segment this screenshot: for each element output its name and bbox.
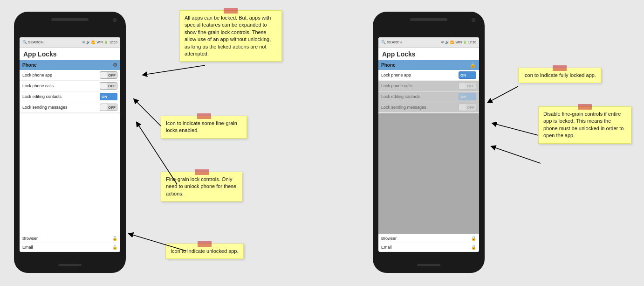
scene: 🔍 SEARCH ✉ 🔊 📶 WiFi 🔋 12:10 App Locks bbox=[0, 0, 644, 286]
right-sub-row-2: Lock sending messages OFF bbox=[378, 102, 479, 113]
sticky-note-5: Icon to indicate fully locked app. bbox=[518, 68, 601, 83]
battery-icon: 🔋 bbox=[104, 41, 108, 44]
sticky-note-1: All apps can be locked. But, apps with s… bbox=[179, 10, 282, 62]
right-time: 12:10 bbox=[468, 41, 476, 44]
right-email-row: Email 🔒 bbox=[378, 243, 479, 252]
left-lock-app-row: Lock phone app OFF bbox=[20, 70, 120, 81]
phone-left-notch bbox=[51, 18, 89, 21]
left-phone-app-header: Phone ⚙ bbox=[20, 60, 120, 70]
svg-line-5 bbox=[494, 124, 538, 135]
sticky-note-1-text: All apps can be locked. But, apps with s… bbox=[185, 15, 271, 56]
right-phone-speaker bbox=[417, 264, 440, 266]
left-spacer bbox=[20, 113, 120, 234]
right-search-label: 🔍 SEARCH bbox=[381, 40, 402, 44]
sticky-tape-2 bbox=[197, 113, 211, 119]
sticky-tape-1 bbox=[224, 8, 238, 14]
right-phone-name: Phone bbox=[381, 63, 396, 68]
phone-right-screen: 🔍 SEARCH ✉ 🔊 📶 WiFi 🔋 12:10 App Locks bbox=[378, 37, 479, 252]
right-browser-icon: 🔒 bbox=[471, 236, 476, 241]
left-email-label: Email bbox=[22, 245, 33, 250]
phone-left-body: 🔍 SEARCH ✉ 🔊 📶 WiFi 🔋 12:10 App Locks bbox=[14, 12, 126, 273]
sticky-note-3: Fine-grain lock controls. Only need to u… bbox=[161, 172, 242, 202]
phone-right-notch bbox=[410, 18, 447, 21]
left-sub-row-1: Lock editing contacts ON bbox=[20, 91, 120, 102]
time-left: 12:10 bbox=[109, 41, 117, 44]
svg-line-4 bbox=[489, 86, 518, 102]
search-icon-right: 🔍 bbox=[381, 40, 386, 44]
left-search-label: 🔍 SEARCH bbox=[22, 40, 43, 44]
search-icon-left: 🔍 bbox=[22, 40, 27, 44]
right-volume-icon: 🔊 bbox=[445, 41, 449, 44]
sticky-note-2: Icon to indicate some fine-grain locks e… bbox=[161, 116, 247, 139]
right-battery-icon: 🔋 bbox=[463, 41, 467, 44]
right-wifi-icon: WiFi bbox=[455, 41, 462, 44]
sticky-tape-5 bbox=[553, 65, 567, 71]
right-lock-app-label: Lock phone app bbox=[381, 73, 411, 77]
right-email-label: Email bbox=[381, 245, 392, 250]
sticky-note-4-text: Icon to indicate unlocked app. bbox=[171, 248, 239, 254]
right-browser-label: Browser bbox=[381, 236, 397, 241]
phone-left-camera bbox=[113, 18, 116, 22]
right-sub-label-2: Lock sending messages bbox=[381, 105, 426, 110]
sticky-tape-3 bbox=[195, 169, 209, 175]
sticky-note-6: Disable fine-grain controls if entire ap… bbox=[538, 106, 631, 144]
phone-right-body: 🔍 SEARCH ✉ 🔊 📶 WiFi 🔋 12:10 App Locks bbox=[373, 12, 485, 273]
phone-right-camera bbox=[472, 18, 475, 22]
left-sub-label-2: Lock sending messages bbox=[22, 105, 68, 110]
right-status-icons: ✉ 🔊 📶 WiFi 🔋 12:10 bbox=[441, 41, 476, 44]
volume-icon: 🔊 bbox=[86, 41, 90, 44]
left-phone-speaker bbox=[58, 264, 82, 266]
right-spacer bbox=[378, 113, 479, 234]
left-status-icons: ✉ 🔊 📶 WiFi 🔋 12:10 bbox=[82, 41, 117, 44]
right-lock-app-row: Lock phone app ON bbox=[378, 70, 479, 81]
svg-line-0 bbox=[144, 65, 205, 75]
right-lock-app-toggle[interactable]: ON bbox=[459, 71, 476, 79]
svg-line-1 bbox=[135, 100, 161, 126]
left-sub-toggle-1[interactable]: ON bbox=[100, 93, 117, 100]
left-lock-app-toggle-label: OFF bbox=[107, 72, 117, 78]
left-sub-row-2: Lock sending messages OFF bbox=[20, 102, 120, 113]
signal-icon: 📶 bbox=[91, 41, 96, 44]
right-sub-label-1: Lock editing contacts bbox=[381, 94, 420, 99]
envelope-icon: ✉ bbox=[82, 41, 85, 44]
sticky-tape-6 bbox=[578, 104, 592, 110]
right-sub-toggle-1: ON bbox=[459, 93, 476, 100]
right-signal-icon: 📶 bbox=[450, 41, 454, 44]
right-phone-app-row: Phone 🔒 Lock phone app ON Lock phone cal… bbox=[378, 60, 479, 113]
left-app-locks-title: App Locks bbox=[20, 48, 120, 60]
left-phone-name: Phone bbox=[22, 63, 37, 68]
left-phone-app-row: Phone ⚙ Lock phone app OFF Lock phone ca… bbox=[20, 60, 120, 113]
sticky-note-4: Icon to indicate unlocked app. bbox=[165, 244, 244, 259]
left-gear-icon[interactable]: ⚙ bbox=[113, 62, 117, 68]
wifi-icon: WiFi bbox=[96, 41, 103, 44]
sticky-note-3-text: Fine-grain lock controls. Only need to u… bbox=[166, 176, 236, 196]
sticky-note-6-text: Disable fine-grain controls if entire ap… bbox=[543, 111, 623, 138]
right-app-locks-title: App Locks bbox=[378, 48, 479, 60]
right-phone-app-header: Phone 🔒 bbox=[378, 60, 479, 70]
right-sub-label-0: Lock phone calls bbox=[381, 84, 412, 88]
right-sub-toggle-2: OFF bbox=[459, 104, 476, 111]
right-email-icon: 🔒 bbox=[471, 245, 476, 250]
left-email-row: Email 🔓 bbox=[20, 243, 120, 252]
left-email-icon: 🔓 bbox=[112, 245, 117, 250]
left-sub-toggle-0[interactable]: OFF bbox=[100, 82, 117, 90]
left-lock-app-label: Lock phone app bbox=[22, 73, 52, 77]
left-status-bar: 🔍 SEARCH ✉ 🔊 📶 WiFi 🔋 12:10 bbox=[20, 37, 120, 48]
left-browser-label: Browser bbox=[22, 236, 38, 241]
right-lock-icon: 🔒 bbox=[470, 62, 476, 68]
sticky-note-5-text: Icon to indicate fully locked app. bbox=[523, 72, 596, 78]
left-sub-label-0: Lock phone calls bbox=[22, 84, 54, 88]
phone-left-screen: 🔍 SEARCH ✉ 🔊 📶 WiFi 🔋 12:10 App Locks bbox=[20, 37, 120, 252]
right-status-bar: 🔍 SEARCH ✉ 🔊 📶 WiFi 🔋 12:10 bbox=[378, 37, 479, 48]
sticky-note-2-text: Icon to indicate some fine-grain locks e… bbox=[166, 120, 237, 133]
left-sub-label-1: Lock editing contacts bbox=[22, 94, 62, 99]
svg-line-6 bbox=[493, 147, 541, 163]
left-lock-app-toggle[interactable]: OFF bbox=[100, 71, 117, 79]
right-sub-row-0: Lock phone calls OFF bbox=[378, 81, 479, 91]
left-browser-row: Browser 🔓 bbox=[20, 234, 120, 243]
left-sub-toggle-2[interactable]: OFF bbox=[100, 104, 117, 111]
right-envelope-icon: ✉ bbox=[441, 41, 444, 44]
left-browser-icon: 🔓 bbox=[112, 236, 117, 241]
right-browser-row: Browser 🔒 bbox=[378, 234, 479, 243]
right-sub-toggle-0: OFF bbox=[459, 82, 476, 90]
